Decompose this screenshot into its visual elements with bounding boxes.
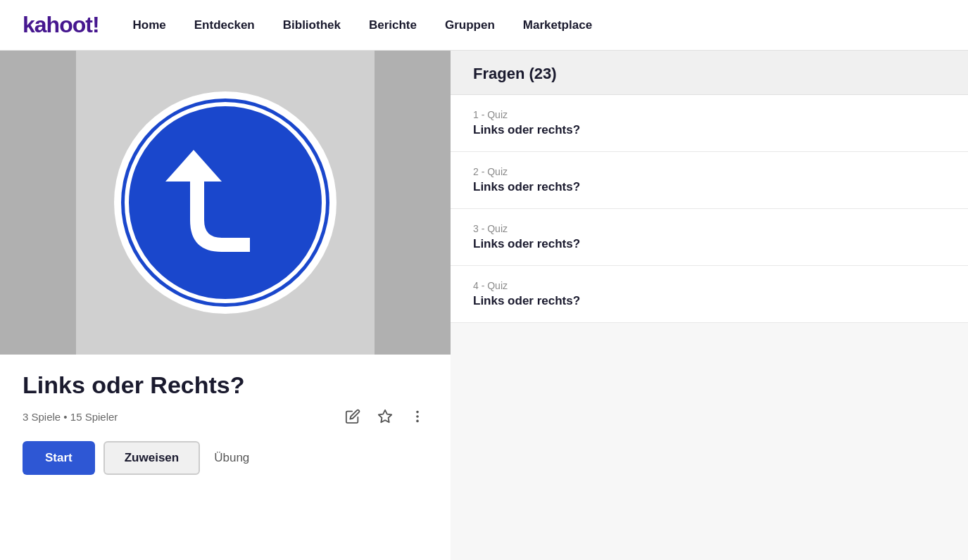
questions-list: 1 - Quiz Links oder rechts? 2 - Quiz Lin…	[451, 95, 968, 323]
nav-link-entdecken[interactable]: Entdecken	[194, 18, 255, 32]
question-item: 4 - Quiz Links oder rechts?	[451, 266, 968, 323]
nav-link-gruppen[interactable]: Gruppen	[445, 18, 495, 32]
edit-button[interactable]	[342, 406, 363, 427]
quiz-title: Links oder Rechts?	[23, 371, 428, 399]
action-buttons: Start Zuweisen Übung	[23, 441, 428, 475]
logo[interactable]: kahoot!	[23, 12, 99, 38]
svg-marker-3	[379, 410, 391, 422]
image-sidebar-right	[375, 51, 451, 355]
question-type: 2 - Quiz	[473, 166, 945, 177]
more-button[interactable]	[407, 406, 428, 427]
zuweisen-button[interactable]: Zuweisen	[103, 441, 200, 475]
question-text: Links oder rechts?	[473, 237, 945, 251]
logo-exclaim: !	[92, 12, 99, 37]
star-button[interactable]	[375, 406, 396, 427]
nav-link-home[interactable]: Home	[133, 18, 166, 32]
question-text: Links oder rechts?	[473, 180, 945, 194]
questions-header: Fragen (23)	[451, 51, 968, 95]
ubung-button[interactable]: Übung	[208, 443, 255, 473]
svg-point-6	[417, 421, 418, 422]
question-type: 3 - Quiz	[473, 223, 945, 234]
navbar: kahoot! HomeEntdeckenBibliothekBerichteG…	[0, 0, 968, 51]
start-button[interactable]: Start	[23, 441, 95, 475]
logo-text: kahoot	[23, 12, 92, 37]
question-item: 1 - Quiz Links oder rechts?	[451, 95, 968, 152]
svg-point-4	[417, 412, 418, 413]
question-item: 2 - Quiz Links oder rechts?	[451, 152, 968, 209]
nav-links: HomeEntdeckenBibliothekBerichteGruppenMa…	[133, 18, 593, 32]
nav-link-berichte[interactable]: Berichte	[369, 18, 417, 32]
left-panel: Links oder Rechts? 3 Spiele • 15 Spieler…	[0, 51, 451, 560]
question-item: 3 - Quiz Links oder rechts?	[451, 209, 968, 266]
quiz-meta-text: 3 Spiele • 15 Spieler	[23, 411, 331, 423]
nav-link-marketplace[interactable]: Marketplace	[523, 18, 592, 32]
info-area: Links oder Rechts? 3 Spiele • 15 Spieler…	[0, 355, 451, 560]
question-text: Links oder rechts?	[473, 294, 945, 308]
traffic-sign-svg	[113, 90, 338, 315]
right-panel: Fragen (23) 1 - Quiz Links oder rechts? …	[451, 51, 968, 560]
question-type: 4 - Quiz	[473, 280, 945, 291]
question-text: Links oder rechts?	[473, 123, 945, 137]
svg-point-5	[417, 416, 418, 417]
quiz-image	[0, 51, 451, 355]
question-type: 1 - Quiz	[473, 109, 945, 120]
nav-link-bibliothek[interactable]: Bibliothek	[283, 18, 341, 32]
quiz-meta-row: 3 Spiele • 15 Spieler	[23, 406, 428, 427]
main-layout: Links oder Rechts? 3 Spiele • 15 Spieler…	[0, 51, 968, 560]
image-sidebar-left	[0, 51, 76, 355]
svg-point-1	[121, 98, 329, 307]
traffic-sign	[113, 90, 338, 315]
